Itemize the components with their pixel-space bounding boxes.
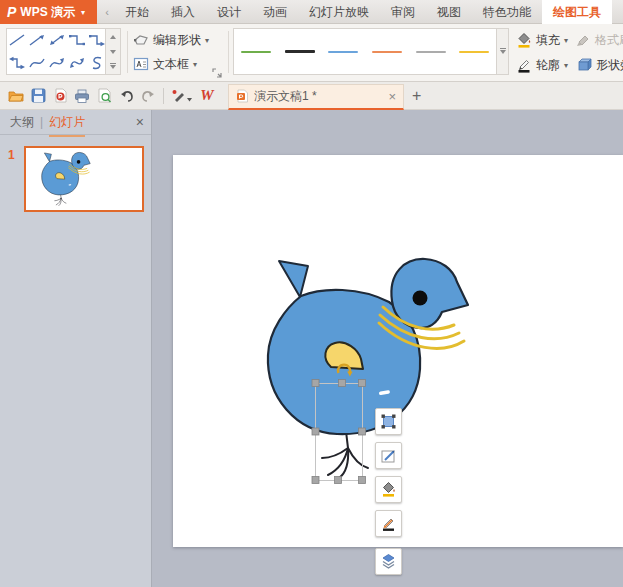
document-title: 演示文稿1 * <box>254 88 383 105</box>
gallery-scroll-up-button[interactable] <box>106 29 120 44</box>
quick-access-toolbar: W 演示文稿1 * × + <box>0 82 623 110</box>
fill-color-icon <box>516 32 532 48</box>
edit-points-icon <box>380 447 397 464</box>
tab-animation[interactable]: 动画 <box>252 0 298 24</box>
gallery-more-button[interactable] <box>106 59 120 74</box>
print-icon <box>74 89 90 103</box>
wps-presentation-window: P WPS 演示 ▾ ‹ 开始 插入 设计 动画 幻灯片放映 审阅 视图 特色功… <box>0 0 623 587</box>
tab-view[interactable]: 视图 <box>426 0 472 24</box>
line-gallery-more-button[interactable] <box>497 28 509 75</box>
triangle-down-icon <box>110 50 116 54</box>
main-content: 大纲 | 幻灯片 × 1 <box>0 110 623 587</box>
print-button[interactable] <box>71 85 93 107</box>
redo-button[interactable] <box>137 85 159 107</box>
panel-close-icon[interactable]: × <box>136 114 144 130</box>
chevron-down-icon: ▾ <box>205 36 209 45</box>
close-tab-icon[interactable]: × <box>388 89 396 104</box>
titlebar: P WPS 演示 ▾ ‹ 开始 插入 设计 动画 幻灯片放映 审阅 视图 特色功… <box>0 0 623 24</box>
editing-canvas[interactable] <box>152 110 623 587</box>
shape-effects-button[interactable]: 形状效果 <box>576 55 623 75</box>
shape-effects-icon <box>576 57 592 73</box>
outline-label: 轮廓 <box>536 57 560 74</box>
shape-curved-double-arrow-connector-icon[interactable] <box>67 52 87 75</box>
slide-thumbnail[interactable] <box>24 146 144 212</box>
document-tab[interactable]: 演示文稿1 * × <box>228 84 404 110</box>
edit-shape-icon <box>133 33 149 47</box>
shape-elbow-double-arrow-connector-icon[interactable] <box>7 52 27 75</box>
dialog-launcher-button[interactable] <box>212 67 222 81</box>
edit-shape-label: 编辑形状 <box>153 32 201 49</box>
print-preview-icon <box>97 88 112 103</box>
new-tab-button[interactable]: + <box>412 87 421 105</box>
format-painter-button[interactable]: 格式刷 <box>576 30 623 50</box>
textbox-button[interactable]: 文本框 ▾ <box>133 54 197 74</box>
edit-shape-button[interactable]: 编辑形状 ▾ <box>133 30 209 50</box>
tab-home[interactable]: 开始 <box>114 0 160 24</box>
ribbon-tab-bar: 开始 插入 设计 动画 幻灯片放映 审阅 视图 特色功能 绘图工具 <box>114 0 623 24</box>
shape-layout-icon <box>380 413 397 430</box>
panel-tab-slides[interactable]: 幻灯片 <box>49 114 85 131</box>
edit-points-button[interactable] <box>375 442 402 469</box>
ribbon-separator <box>228 31 229 73</box>
ink-pen-icon <box>171 89 193 103</box>
ribbon: 编辑形状 ▾ 文本框 ▾ <box>0 24 623 82</box>
shape-freeform-s-icon[interactable] <box>87 52 107 75</box>
gallery-more-icon <box>110 65 116 69</box>
outline-color-icon <box>380 515 397 532</box>
wps-logo-icon: P <box>7 4 16 20</box>
outline-color-button[interactable] <box>375 510 402 537</box>
textbox-label: 文本框 <box>153 56 189 73</box>
chevron-down-icon: ▾ <box>564 61 568 70</box>
line-style-yellow[interactable] <box>452 51 496 53</box>
fill-button[interactable]: 填充 ▾ <box>516 30 568 50</box>
tab-insert[interactable]: 插入 <box>160 0 206 24</box>
wps-writer-button[interactable]: W <box>196 85 218 107</box>
outline-button[interactable]: 轮廓 ▾ <box>516 55 568 75</box>
redo-icon <box>141 89 156 102</box>
gallery-scroll-down-button[interactable] <box>106 44 120 59</box>
shape-arrow-icon[interactable] <box>27 29 47 52</box>
line-style-black[interactable] <box>278 50 322 53</box>
shape-layout-button[interactable] <box>375 408 402 435</box>
shape-curved-connector-icon[interactable] <box>27 52 47 75</box>
shape-double-arrow-icon[interactable] <box>47 29 67 52</box>
outline-color-icon <box>516 57 532 73</box>
slide-number: 1 <box>8 148 15 162</box>
panel-tab-outline[interactable]: 大纲 <box>10 114 34 131</box>
tab-review[interactable]: 审阅 <box>380 0 426 24</box>
chevron-down-icon: ▾ <box>193 60 197 69</box>
export-pdf-button[interactable] <box>49 85 71 107</box>
print-preview-button[interactable] <box>93 85 115 107</box>
fill-color-button[interactable] <box>375 476 402 503</box>
arrange-order-button[interactable] <box>375 548 402 575</box>
ribbon-separator <box>127 31 128 73</box>
wps-app-menu-button[interactable]: P WPS 演示 ▾ <box>0 0 97 24</box>
collapse-chevron-icon[interactable]: ‹ <box>101 4 113 20</box>
ink-annotate-button[interactable] <box>168 85 196 107</box>
line-style-gallery <box>233 28 497 75</box>
line-style-blue[interactable] <box>321 51 365 53</box>
export-pdf-icon <box>53 88 68 103</box>
chevron-down-icon: ▾ <box>81 8 85 17</box>
open-folder-button[interactable] <box>5 85 27 107</box>
connector-shape-gallery <box>6 28 106 75</box>
tab-design[interactable]: 设计 <box>206 0 252 24</box>
line-style-orange[interactable] <box>365 51 409 53</box>
shape-curved-arrow-connector-icon[interactable] <box>47 52 67 75</box>
format-painter-icon <box>576 33 591 48</box>
tab-drawing-tools[interactable]: 绘图工具 <box>542 0 612 24</box>
slides-panel: 大纲 | 幻灯片 × 1 <box>0 110 152 587</box>
gallery-more-icon <box>500 50 506 54</box>
line-style-gray[interactable] <box>409 51 453 53</box>
shape-elbow-arrow-connector-icon[interactable] <box>87 29 107 52</box>
app-name: WPS 演示 <box>20 4 75 21</box>
fill-label: 填充 <box>536 32 560 49</box>
undo-button[interactable] <box>115 85 137 107</box>
shape-line-icon[interactable] <box>7 29 27 52</box>
panel-tab-divider: | <box>40 115 43 129</box>
tab-slideshow[interactable]: 幻灯片放映 <box>298 0 380 24</box>
tab-special-features[interactable]: 特色功能 <box>472 0 542 24</box>
shape-elbow-connector-icon[interactable] <box>67 29 87 52</box>
line-style-green[interactable] <box>234 51 278 53</box>
save-button[interactable] <box>27 85 49 107</box>
